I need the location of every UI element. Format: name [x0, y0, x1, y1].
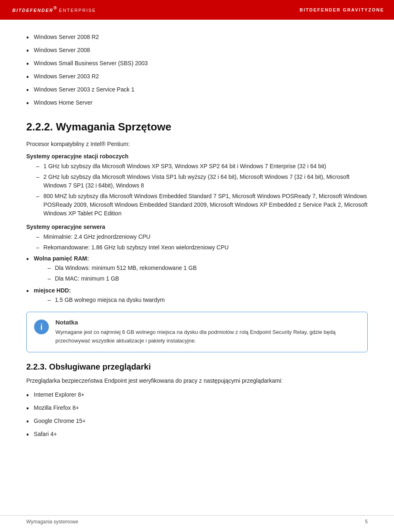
list-item: 800 MHZ lub szybszy dla Microsoft Window… — [36, 192, 368, 218]
gravityzone-label: BITDEFENDER GRAVITYZONE — [300, 7, 384, 12]
workstation-heading: Systemy operacyjne stacji roboczych — [26, 153, 368, 160]
workstation-list: 1 GHz lub szybszy dla Microsoft Windows … — [36, 162, 368, 218]
list-item: Windows Server 2008 R2 — [26, 33, 368, 43]
note-content: Notatka Wymagane jest co najmniej 6 GB w… — [55, 319, 360, 345]
header-left: Bitdefender®ENTERPRISE — [10, 5, 96, 15]
note-box: i Notatka Wymagane jest co najmniej 6 GB… — [26, 312, 368, 352]
list-item: Dla MAC: minimum 1 GB — [48, 274, 368, 283]
section-222-heading: 2.2.2. Wymagania Sprzętowe — [26, 121, 368, 133]
main-content: Windows Server 2008 R2 Windows Server 20… — [0, 20, 394, 472]
footer-left: Wymagania systemowe — [26, 519, 78, 525]
list-item: Wolna pamięć RAM: Dla Windows: minimum 5… — [26, 255, 368, 283]
browsers-list: Internet Explorer 8+ Mozilla Firefox 8+ … — [26, 390, 368, 441]
list-item: 1 GHz lub szybszy dla Microsoft Windows … — [36, 162, 368, 171]
list-item: Mozilla Firefox 8+ — [26, 404, 368, 414]
header: Bitdefender®ENTERPRISE BITDEFENDER GRAVI… — [0, 0, 394, 20]
processor-label: Procesor kompatybilny z Intel® Pentium: — [26, 141, 368, 147]
footer-page: 5 — [365, 519, 368, 525]
list-item: Minimalnie: 2.4 GHz jednordzeniowy CPU — [36, 233, 368, 241]
note-text: Wymagane jest co najmniej 6 GB wolnego m… — [55, 328, 360, 345]
list-item: miejsce HDD: 1.5 GB wolnego miejsca na d… — [26, 287, 368, 304]
section-223-heading: 2.2.3. Obsługiwane przeglądarki — [26, 362, 368, 372]
info-icon: i — [34, 320, 49, 334]
os-list: Windows Server 2008 R2 Windows Server 20… — [26, 33, 368, 109]
server-list: Minimalnie: 2.4 GHz jednordzeniowy CPU R… — [36, 233, 368, 252]
list-item: 2 GHz lub szybszy dla Microsoft Windows … — [36, 173, 368, 190]
server-heading: Systemy operacyjne serwera — [26, 224, 368, 230]
list-item: Rekomandowane: 1.86 GHz lub szybszy Inte… — [36, 243, 368, 252]
hdd-section: miejsce HDD: 1.5 GB wolnego miejsca na d… — [26, 287, 368, 304]
brand-logo: Bitdefender®ENTERPRISE — [10, 5, 96, 15]
list-item: Windows Server 2003 z Service Pack 1 — [26, 85, 368, 96]
ram-section: Wolna pamięć RAM: Dla Windows: minimum 5… — [26, 255, 368, 283]
list-item: Google Chrome 15+ — [26, 417, 368, 427]
list-item: Dla Windows: minimum 512 MB, rekomendowa… — [48, 264, 368, 272]
list-item: 1.5 GB wolnego miejsca na dysku twardym — [48, 296, 368, 304]
section-223-intro: Przeglądarka bezpieczeństwa Endpoint jes… — [26, 377, 368, 384]
note-title: Notatka — [55, 319, 360, 326]
list-item: Windows Server 2003 R2 — [26, 72, 368, 83]
footer: Wymagania systemowe 5 — [0, 515, 394, 525]
list-item: Internet Explorer 8+ — [26, 390, 368, 401]
list-item: Windows Server 2008 — [26, 46, 368, 57]
list-item: Safari 4+ — [26, 430, 368, 441]
list-item: Windows Small Business Server (SBS) 2003 — [26, 59, 368, 70]
list-item: Windows Home Server — [26, 98, 368, 109]
